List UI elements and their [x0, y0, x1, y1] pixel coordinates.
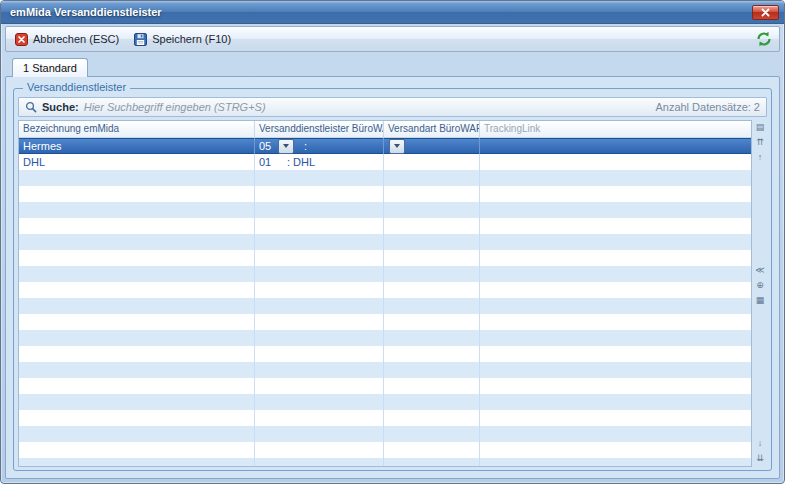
table-row-empty[interactable] — [19, 458, 751, 466]
table-row-empty[interactable] — [19, 330, 751, 346]
cancel-button-label: Abbrechen (ESC) — [33, 33, 119, 45]
table-row-empty[interactable] — [19, 298, 751, 314]
table-cell — [480, 314, 751, 330]
table-cell — [19, 394, 255, 410]
table-cell — [480, 330, 751, 346]
column-header[interactable]: Versandart BüroWARE — [384, 121, 480, 137]
table-row-empty[interactable] — [19, 378, 751, 394]
close-button[interactable] — [752, 5, 779, 20]
table-cell — [255, 170, 384, 186]
table-cell — [19, 250, 255, 266]
scroll-first-icon[interactable]: ⇈ — [753, 136, 767, 149]
grid-settings-icon[interactable]: ▤ — [753, 121, 767, 134]
table-cell — [384, 458, 480, 466]
table-cell — [255, 298, 384, 314]
search-placeholder: Hier Suchbegriff eingeben (STRG+S) — [84, 101, 651, 113]
cell-bezeichnung: Hermes — [23, 139, 62, 154]
table-row-empty[interactable] — [19, 218, 751, 234]
table-cell — [19, 442, 255, 458]
table-cell — [384, 330, 480, 346]
table-row-empty[interactable] — [19, 250, 751, 266]
table-row-empty[interactable] — [19, 346, 751, 362]
scroll-down-icon[interactable]: ↓ — [753, 437, 767, 450]
cancel-button[interactable]: Abbrechen (ESC) — [10, 30, 127, 49]
refresh-button[interactable] — [753, 30, 775, 48]
table-row-empty[interactable] — [19, 170, 751, 186]
table-row-empty[interactable] — [19, 426, 751, 442]
column-header[interactable]: Versanddienstleister BüroWARE — [255, 121, 384, 137]
table-cell — [19, 282, 255, 298]
column-header[interactable]: TrackingLink — [480, 121, 751, 137]
table-row-empty[interactable] — [19, 234, 751, 250]
table-body: Hermes05:DHL01: DHL — [19, 138, 751, 466]
table-cell — [480, 266, 751, 282]
data-grid: Bezeichnung emMidaVersanddienstleister B… — [18, 120, 752, 467]
table-row[interactable]: DHL01: DHL — [19, 154, 751, 170]
table-cell — [19, 186, 255, 202]
scroll-up-icon[interactable]: ↑ — [753, 151, 767, 164]
table-cell: Hermes — [19, 138, 255, 154]
content-panel: Versanddienstleister Suche: Hier Suchbeg… — [5, 76, 780, 479]
refresh-icon — [755, 30, 773, 48]
table-row-empty[interactable] — [19, 266, 751, 282]
zoom-icon[interactable]: ⊕ — [753, 279, 767, 292]
table-cell — [255, 234, 384, 250]
groupbox-versanddienstleister: Versanddienstleister Suche: Hier Suchbeg… — [13, 88, 772, 471]
table-row-empty[interactable] — [19, 442, 751, 458]
search-label: Suche: — [42, 101, 79, 113]
scroll-last-icon[interactable]: ⇊ — [753, 452, 767, 465]
save-button-label: Speichern (F10) — [152, 33, 231, 45]
tab-standard[interactable]: 1 Standard — [12, 58, 88, 77]
table-cell — [480, 442, 751, 458]
table-cell — [480, 426, 751, 442]
table-cell — [384, 442, 480, 458]
cell-dienstleister-name: : — [304, 139, 307, 154]
titlebar: emMida Versanddienstleister — [1, 1, 784, 24]
table-cell — [19, 202, 255, 218]
save-button[interactable]: Speichern (F10) — [129, 30, 239, 49]
table-row-empty[interactable] — [19, 410, 751, 426]
table-row-empty[interactable] — [19, 314, 751, 330]
close-icon — [761, 8, 770, 17]
app-window: emMida Versanddienstleister Abbrechen (E… — [0, 0, 785, 484]
table-cell — [19, 378, 255, 394]
table-cell — [19, 298, 255, 314]
table-cell — [384, 282, 480, 298]
search-icon — [25, 101, 37, 113]
table-cell — [480, 458, 751, 466]
table-row[interactable]: Hermes05: — [19, 138, 751, 154]
cell-dienstleister-code: 05 — [259, 139, 277, 154]
grid-view-icon[interactable]: ▦ — [753, 294, 767, 307]
save-icon — [134, 33, 147, 46]
table-cell — [480, 410, 751, 426]
table-cell — [384, 138, 480, 154]
table-cell — [19, 314, 255, 330]
search-bar[interactable]: Suche: Hier Suchbegriff eingeben (STRG+S… — [18, 97, 767, 117]
table-cell — [384, 314, 480, 330]
table-cell — [19, 330, 255, 346]
table-cell — [384, 426, 480, 442]
collapse-columns-icon[interactable]: ≪ — [753, 264, 767, 277]
table-cell — [19, 234, 255, 250]
table-cell — [480, 218, 751, 234]
table-cell — [384, 154, 480, 170]
table-row-empty[interactable] — [19, 202, 751, 218]
cell-dienstleister-code: 01 — [259, 155, 277, 170]
table-cell — [255, 218, 384, 234]
column-header[interactable]: Bezeichnung emMida — [19, 121, 255, 137]
table-cell — [384, 362, 480, 378]
table-row-empty[interactable] — [19, 186, 751, 202]
table-row-empty[interactable] — [19, 282, 751, 298]
table-cell — [255, 362, 384, 378]
versanddienstleister-dropdown[interactable] — [278, 139, 294, 154]
table-row-empty[interactable] — [19, 394, 751, 410]
table-row-empty[interactable] — [19, 362, 751, 378]
table-cell — [384, 250, 480, 266]
table-cell — [384, 170, 480, 186]
versandart-dropdown[interactable] — [389, 139, 405, 154]
window-body: Abbrechen (ESC) Speichern (F10) — [1, 24, 784, 483]
record-count: Anzahl Datensätze: 2 — [655, 101, 760, 113]
table-cell — [480, 170, 751, 186]
table-cell — [480, 250, 751, 266]
tabstrip: 1 Standard — [5, 52, 780, 76]
